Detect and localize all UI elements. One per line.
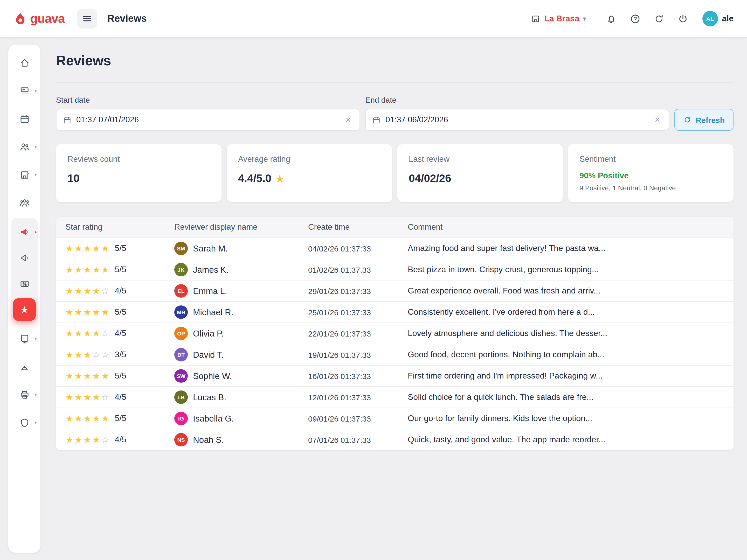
column-header-create-time: Create time [308,222,408,232]
logout-button[interactable] [676,12,690,25]
notifications-button[interactable] [605,12,618,25]
table-row[interactable]: ★★★★☆4/5NSNoah S.07/01/26 01:37:33Quick,… [56,429,733,450]
header-page-title: Reviews [107,13,147,24]
star-icon: ★ [74,286,83,296]
avatar: OP [174,327,188,340]
column-header-reviewer: Reviewer display name [174,222,308,232]
refresh-button[interactable]: Refresh [674,109,733,131]
clear-start-date-icon[interactable]: ✕ [343,114,353,125]
table-row[interactable]: ★★★★★5/5JKJames K.01/02/26 01:37:33Best … [56,259,733,280]
sync-button[interactable] [652,12,666,25]
avatar: SM [174,242,188,255]
avatar: NS [174,433,188,447]
table-row[interactable]: ★★★★★5/5MRMichael R.25/01/26 01:37:33Con… [56,301,733,322]
sidebar-item-home[interactable] [11,49,38,77]
rating-text: 5/5 [115,371,127,381]
star-icon: ★ [83,307,92,317]
table-row[interactable]: ★★★★★5/5IGIsabella G.09/01/26 01:37:33Ou… [56,407,733,429]
comment-cell: Good food, decent portions. Nothing to c… [408,350,733,359]
star-icon: ★ [74,307,83,317]
avatar: DT [174,348,188,362]
sidebar-item-kiosk[interactable]: ▾ [11,325,38,353]
sidebar-item-security[interactable]: ▾ [11,408,38,436]
star-icon: ★ [101,414,110,423]
reviewer-cell: ELEmma L. [174,284,308,298]
customers-icon [19,141,30,152]
bell-icon [606,13,617,24]
star-icon: ★ [92,392,101,402]
calendar-icon [19,113,30,124]
reviewer-name: Michael R. [193,307,233,317]
end-date-input[interactable]: 01:37 06/02/2026 ✕ [365,109,669,131]
stat-card-sentiment: Sentiment 90% Positive 9 Positive, 1 Neu… [568,144,733,202]
menu-button[interactable] [77,9,97,28]
star-icon: ★ [66,350,74,359]
kitchen-icon [19,361,30,372]
sidebar-item-customers[interactable]: ▾ [11,133,38,161]
create-time-cell: 29/01/26 01:37:33 [308,287,408,295]
star-icon: ★ [74,265,83,274]
star-rating-cell: ★★★★★5/5 [56,308,174,317]
table-row[interactable]: ★★★☆☆3/5DTDavid T.19/01/26 01:37:33Good … [56,344,733,365]
star-icon: ★ [83,392,92,402]
sidebar-item-campaigns[interactable] [11,245,38,271]
table-row[interactable]: ★★★★☆4/5OPOlivia P.22/01/26 01:37:33Love… [56,322,733,344]
restaurant-name: La Brasa [544,14,579,23]
app-viewport: guava Reviews La Brasa ▾ [0,0,747,560]
reviewer-name: Noah S. [193,435,224,445]
sidebar-item-printer[interactable]: ▾ [11,381,38,408]
table-row[interactable]: ★★★★★5/5SMSarah M.04/02/26 01:37:33Amazi… [56,238,733,259]
clear-end-date-icon[interactable]: ✕ [652,114,663,125]
column-header-comment: Comment [408,222,733,232]
user-avatar[interactable]: AL [702,11,718,26]
store-icon [19,169,30,180]
table-row[interactable]: ★★★★☆4/5LBLucas B.12/01/26 01:37:33Solid… [56,386,733,407]
reviewer-name: Emma L. [193,286,227,296]
rating-text: 4/5 [115,286,127,296]
comment-cell: Our go-to for family dinners. Kids love … [408,414,733,423]
stat-value: 4.4/5.0 [238,172,381,185]
staff-icon [19,197,30,208]
stat-card-reviews-count: Reviews count 10 [56,144,222,202]
star-icon: ☆ [101,286,110,296]
reviewer-cell: DTDavid T. [174,348,308,362]
sidebar-item-store[interactable]: ▾ [11,161,38,189]
star-icon: ★ [83,265,92,274]
sidebar-item-reviews[interactable]: ★ [11,297,38,322]
table-row[interactable]: ★★★★★5/5SWSophie W.16/01/26 01:37:33Firs… [56,365,733,386]
security-icon [19,417,30,428]
reviews-star-icon[interactable]: ★ [13,298,36,321]
table-row[interactable]: ★★★★☆4/5ELEmma L.29/01/26 01:37:33Great … [56,280,733,301]
help-button[interactable] [629,12,642,25]
sidebar-item-marketing[interactable]: ▴ [11,219,38,245]
end-date-value: 01:37 06/02/2026 [385,115,648,125]
create-time-cell: 22/01/26 01:37:33 [308,329,408,338]
user-name: ale [722,14,734,23]
hamburger-icon [82,14,92,24]
star-icon: ★ [74,328,83,338]
power-icon [678,13,689,24]
star-icon: ☆ [101,328,110,338]
user-menu[interactable]: AL ale [702,11,734,26]
sidebar-item-pos[interactable]: ▾ [11,77,38,105]
main-content: Reviews Start date 01:37 07/01/2026 ✕ En… [56,37,733,560]
restaurant-selector[interactable]: La Brasa ▾ [531,14,586,24]
guava-logo[interactable]: guava [14,11,65,26]
start-date-input[interactable]: 01:37 07/01/2026 ✕ [56,109,360,131]
avatar: LB [174,391,188,404]
star-icon: ★ [66,265,74,274]
star-icon: ★ [74,350,83,359]
calendar-icon [372,115,381,124]
create-time-cell: 19/01/26 01:37:33 [308,350,408,359]
reviewer-name: Olivia P. [193,328,224,338]
sidebar-item-staff[interactable] [11,189,38,217]
star-icon: ★ [101,371,110,381]
avatar: SW [174,369,188,383]
sidebar-item-coupons[interactable] [11,271,38,297]
star-rating-cell: ★★★☆☆3/5 [56,350,174,359]
rating-text: 4/5 [115,329,127,338]
sidebar-item-kitchen[interactable] [11,353,38,381]
refresh-icon [683,116,692,124]
sidebar-item-calendar[interactable] [11,105,38,133]
rating-text: 4/5 [115,393,127,402]
